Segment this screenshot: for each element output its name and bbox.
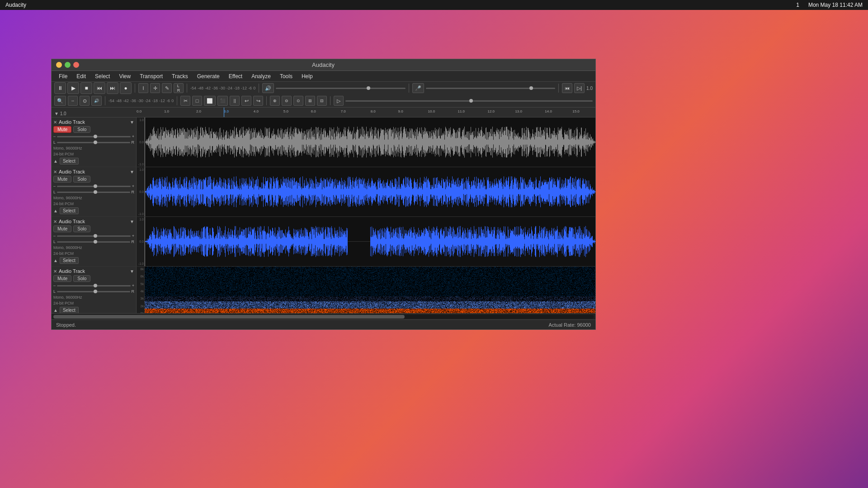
undo-button[interactable]: ↩ bbox=[241, 96, 251, 106]
envelope-tool-button[interactable]: LR bbox=[174, 83, 184, 93]
track2-solo-button[interactable]: Solo bbox=[73, 176, 90, 183]
scrollbar-track[interactable] bbox=[53, 315, 594, 319]
trim-button[interactable]: ⬛ bbox=[217, 96, 228, 106]
track1-pan-label-right: R bbox=[132, 140, 135, 145]
menu-edit[interactable]: Edit bbox=[73, 72, 90, 80]
desktop-datetime: Mon May 18 11:42 AM bbox=[808, 2, 863, 8]
track1-pan-slider[interactable] bbox=[57, 142, 130, 143]
input-volume-slider[interactable] bbox=[426, 88, 556, 89]
minimize-button[interactable] bbox=[56, 62, 62, 68]
skip-left-button[interactable]: ⏮ bbox=[562, 83, 572, 93]
play-button[interactable]: ▶ bbox=[67, 82, 79, 94]
playback-speed-slider[interactable] bbox=[345, 100, 593, 102]
copy-button[interactable]: □ bbox=[192, 96, 202, 106]
maximize-button[interactable] bbox=[65, 62, 71, 68]
track4-select-button[interactable]: Select bbox=[60, 307, 79, 313]
track4-pan-slider[interactable] bbox=[57, 291, 130, 292]
track3-pan-slider[interactable] bbox=[57, 241, 130, 243]
menu-file[interactable]: File bbox=[55, 72, 71, 80]
track2-close-button[interactable]: ✕ bbox=[53, 169, 57, 174]
menu-view[interactable]: View bbox=[115, 72, 134, 80]
toolbar-separator-6 bbox=[105, 96, 105, 105]
track4-dropdown-button[interactable]: ▼ bbox=[130, 269, 134, 274]
close-button[interactable] bbox=[73, 62, 79, 68]
track2-gain-slider[interactable] bbox=[57, 186, 131, 187]
menu-analyze[interactable]: Analyze bbox=[248, 72, 274, 80]
track1-solo-button[interactable]: Solo bbox=[73, 126, 90, 133]
stop-button[interactable]: ■ bbox=[80, 82, 92, 94]
track1-pan-row: L R bbox=[53, 140, 134, 145]
track1-collapse-button[interactable]: ▲ bbox=[53, 159, 58, 164]
menu-generate[interactable]: Generate bbox=[193, 72, 223, 80]
track1-select-button[interactable]: Select bbox=[60, 158, 79, 164]
track2-mute-button[interactable]: Mute bbox=[53, 176, 71, 183]
track2-pan-slider[interactable] bbox=[57, 192, 130, 193]
mic-icon[interactable]: 🎤 bbox=[412, 83, 424, 93]
track3-mute-button[interactable]: Mute bbox=[53, 225, 71, 232]
skip-back-button[interactable]: ⏮ bbox=[94, 82, 105, 94]
multi-tool-button[interactable]: ✛ bbox=[150, 83, 160, 93]
horizontal-scrollbar[interactable] bbox=[52, 313, 595, 319]
output-volume-slider[interactable] bbox=[276, 88, 406, 89]
speaker-icon[interactable]: 🔊 bbox=[262, 83, 274, 93]
track2-dropdown-button[interactable]: ▼ bbox=[130, 169, 134, 174]
track3-collapse-button[interactable]: ▲ bbox=[53, 258, 58, 263]
scrollbar-thumb[interactable] bbox=[53, 315, 405, 319]
zoom-track-button[interactable]: ⊟ bbox=[317, 96, 327, 106]
cursor-tool-button[interactable]: I bbox=[138, 83, 148, 93]
track3-gain-slider[interactable] bbox=[57, 235, 131, 237]
timeline-ruler: ▼ 1.0 0.0 1.0 2.0 3.0 4.0 5.0 6.0 7.0 8.… bbox=[52, 108, 595, 117]
pencil-tool-button[interactable]: ✎ bbox=[162, 83, 172, 93]
track1-gain-slider[interactable] bbox=[57, 136, 131, 137]
zoom-out-button[interactable]: ↔ bbox=[68, 96, 78, 106]
track3-scale-top: 1.0 bbox=[137, 218, 144, 221]
fit-button[interactable]: ⊙ bbox=[80, 96, 90, 106]
track4-collapse-button[interactable]: ▲ bbox=[53, 308, 58, 313]
zoom-sel-button[interactable]: ⊙ bbox=[293, 96, 303, 106]
track2-select-button[interactable]: Select bbox=[60, 207, 79, 214]
track1-canvas: 1.0 0.0 -1.0 bbox=[137, 117, 595, 167]
redo-button[interactable]: ↪ bbox=[253, 96, 263, 106]
play-speed-button[interactable]: ▷ bbox=[334, 96, 344, 106]
zoom-in-2-button[interactable]: ⊕ bbox=[270, 96, 280, 106]
skip-fwd-button[interactable]: ⏭ bbox=[107, 82, 118, 94]
audio-output-icon[interactable]: 🔊 bbox=[91, 96, 102, 106]
zoom-fit-button[interactable]: ⊞ bbox=[305, 96, 315, 106]
paste-button[interactable]: ⬜ bbox=[204, 96, 216, 106]
track4-solo-button[interactable]: Solo bbox=[73, 275, 90, 282]
track3-buttons: Mute Solo bbox=[53, 225, 134, 232]
track4-scale-3k: 3k bbox=[137, 297, 144, 300]
menu-effect[interactable]: Effect bbox=[225, 72, 246, 80]
track1-mute-button[interactable]: Mute bbox=[53, 126, 71, 133]
track1-dropdown-button[interactable]: ▼ bbox=[130, 120, 134, 125]
track3-solo-button[interactable]: Solo bbox=[73, 225, 90, 232]
track2-info: Mono, 96000Hz bbox=[53, 196, 134, 200]
pause-button[interactable]: ⏸ bbox=[54, 82, 66, 94]
track1-header: ✕ Audio Track ▼ bbox=[53, 119, 134, 125]
track3-waveform bbox=[145, 217, 595, 266]
cut-button[interactable]: ✂ bbox=[180, 96, 190, 106]
track4-close-button[interactable]: ✕ bbox=[53, 269, 57, 274]
menu-help[interactable]: Help bbox=[298, 72, 316, 80]
track4-gain-slider[interactable] bbox=[57, 285, 131, 286]
silence-button[interactable]: || bbox=[230, 96, 240, 106]
track3-select-button[interactable]: Select bbox=[60, 257, 79, 264]
zoom-out-2-button[interactable]: ⊖ bbox=[282, 96, 292, 106]
track2-collapse-button[interactable]: ▲ bbox=[53, 208, 58, 213]
menu-transport[interactable]: Transport bbox=[136, 72, 166, 80]
zoom-in-button[interactable]: 🔍 bbox=[54, 96, 66, 106]
track4-gain-label-left: – bbox=[53, 283, 56, 288]
ruler-ticks: 0.0 1.0 2.0 3.0 4.0 5.0 6.0 7.0 8.0 9.0 … bbox=[137, 108, 595, 117]
track4-mute-button[interactable]: Mute bbox=[53, 275, 71, 282]
track3-pan-row: L R bbox=[53, 239, 134, 244]
track3-close-button[interactable]: ✕ bbox=[53, 219, 57, 224]
track4-name: Audio Track bbox=[59, 268, 128, 274]
menu-tools[interactable]: Tools bbox=[276, 72, 296, 80]
track1-close-button[interactable]: ✕ bbox=[53, 120, 57, 125]
play-at-speed-button[interactable]: ▷| bbox=[574, 83, 585, 93]
menu-select[interactable]: Select bbox=[91, 72, 113, 80]
menu-tracks[interactable]: Tracks bbox=[168, 72, 192, 80]
track3-dropdown-button[interactable]: ▼ bbox=[130, 219, 134, 224]
track-area: ▼ 1.0 0.0 1.0 2.0 3.0 4.0 5.0 6.0 7.0 8.… bbox=[52, 108, 595, 319]
record-button[interactable]: ● bbox=[120, 82, 132, 94]
